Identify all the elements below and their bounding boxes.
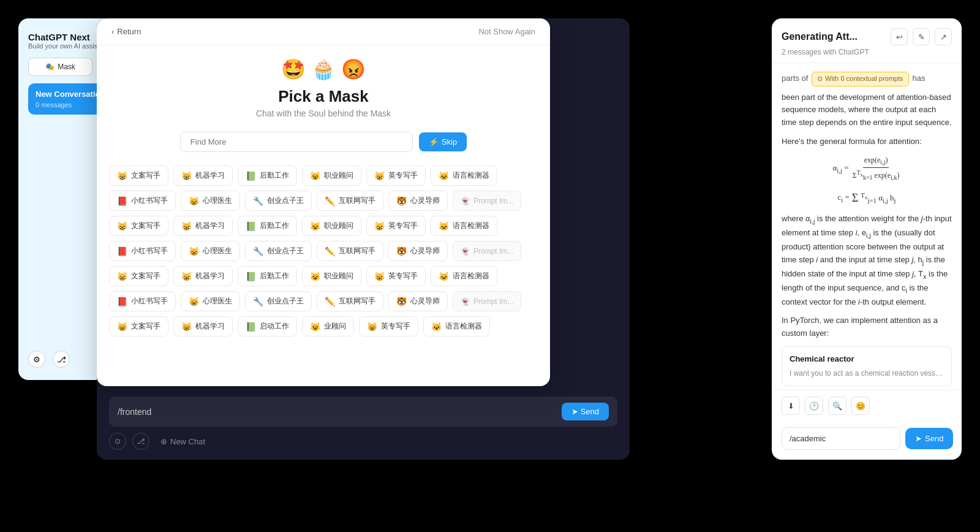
mask-item[interactable]: 🔧创业点子王 — [245, 291, 312, 311]
math-formula-alpha: αi,j = exp(ei,j) ΣTxk=1 exp(ei,k) — [782, 154, 952, 183]
mask-item[interactable]: 🐱语言检测器 — [431, 216, 497, 236]
mask-item[interactable]: 😸文案写手 — [109, 165, 168, 186]
mask-row-3: 😸文案写手 😸机器学习 📗后勤工作 😺职业顾问 😸英专写手 🐱语言检测器 — [109, 216, 538, 236]
mask-item[interactable]: 🔧创业点子王 — [245, 191, 312, 211]
chevron-left-icon: ‹ — [111, 27, 114, 36]
mask-item[interactable]: 📗后勤工作 — [238, 266, 297, 286]
hero-emojis: 🤩 🧁 😡 — [97, 58, 550, 81]
collapse-icon[interactable]: ⬇ — [782, 397, 800, 415]
right-panel-title: Generating Att... — [782, 31, 858, 42]
dark-settings-icon[interactable]: ⊙ — [109, 433, 126, 450]
right-panel-subtitle: 2 messages with ChatGPT — [782, 48, 952, 56]
mask-row-6: 📕小红书写手 😸心理医生 🔧创业点子王 ✏️互联网写手 🐯心灵导师 👻Promp… — [109, 291, 538, 311]
mask-item[interactable]: 😸心理医生 — [181, 241, 240, 261]
content-text-1: been part of the development of attentio… — [782, 91, 952, 129]
edit-button[interactable]: ✎ — [913, 28, 930, 45]
contextual-tooltip: ⊙ With 0 contextual prompts — [812, 72, 908, 86]
pick-a-mask-modal: ‹ Return Not Show Again 🤩 🧁 😡 Pick a Mas… — [97, 18, 550, 386]
modal-subtitle: Chat with the Soul behind the Mask — [97, 108, 550, 118]
mask-item[interactable]: 😺业顾问 — [302, 316, 354, 336]
mask-search-input[interactable] — [180, 132, 413, 152]
right-panel-header: Generating Att... ↩ ✎ ↗ 2 messages with … — [772, 18, 962, 63]
mask-item[interactable]: 🔧创业点子王 — [245, 241, 312, 261]
modal-title: Pick a Mask — [97, 87, 550, 106]
emoji-icon[interactable]: 😊 — [851, 397, 870, 415]
mask-item[interactable]: 😸英专写手 — [359, 316, 418, 336]
right-panel-input-row: ➤ Send — [772, 421, 962, 460]
mask-item[interactable]: 😸文案写手 — [109, 316, 168, 336]
mask-button[interactable]: 🎭 Mask — [28, 58, 92, 76]
modal-hero: 🤩 🧁 😡 Pick a Mask Chat with the Soul beh… — [97, 45, 550, 124]
mask-item[interactable]: 📕小红书写手 — [109, 191, 176, 211]
mask-item[interactable]: 😸机器学习 — [173, 216, 233, 236]
mask-item[interactable]: 😸英专写手 — [366, 216, 426, 236]
skip-button[interactable]: ⚡ Skip — [419, 132, 467, 151]
message-count: 0 messages — [36, 101, 72, 108]
dark-new-chat-btn[interactable]: ⊕ New Chat — [160, 437, 205, 446]
mask-item[interactable]: ✏️互联网写手 — [317, 241, 383, 261]
undo-button[interactable]: ↩ — [891, 28, 908, 45]
dark-chat-footer: /frontend ➤ Send ⊙ ⎇ ⊕ New Chat — [97, 387, 630, 460]
prompt-card-chemical[interactable]: Chemical reactor I want you to act as a … — [782, 346, 952, 386]
mask-item[interactable]: 😺职业顾问 — [302, 165, 361, 186]
github-icon[interactable]: ⎇ — [53, 351, 70, 368]
mask-row-1: 😸文案写手 😸机器学习 📗后勤工作 😺职业顾问 😸英专写手 🐱语言检测器 — [109, 165, 538, 186]
send-icon: ➤ — [915, 434, 922, 443]
share-button[interactable]: ↗ — [935, 28, 952, 45]
mask-grid: 😸文案写手 😸机器学习 📗后勤工作 😺职业顾问 😸英专写手 🐱语言检测器 📕小红… — [97, 159, 550, 348]
dark-input-value[interactable]: /frontend — [118, 407, 151, 417]
modal-search-row: ⚡ Skip — [97, 124, 550, 159]
dark-plus-icon: ⊕ — [160, 437, 167, 446]
mask-item[interactable]: 😸心理医生 — [181, 291, 240, 311]
mask-item[interactable]: 🐯心灵导师 — [388, 291, 448, 311]
mask-item-ghost[interactable]: 👻Prompt Im... — [453, 291, 521, 311]
not-show-again-button[interactable]: Not Show Again — [478, 27, 535, 36]
mask-icon: 🎭 — [45, 63, 55, 71]
mask-item[interactable]: 😸机器学习 — [173, 266, 233, 286]
mask-item[interactable]: 😺职业顾问 — [302, 216, 361, 236]
dark-github-icon[interactable]: ⎇ — [132, 433, 149, 450]
mask-item[interactable]: 🐱语言检测器 — [423, 316, 490, 336]
modal-return-button[interactable]: ‹ Return — [111, 27, 141, 36]
clock-icon[interactable]: 🕐 — [805, 397, 823, 415]
mask-item[interactable]: 😸心理医生 — [181, 191, 240, 211]
right-send-button[interactable]: ➤ Send — [905, 428, 953, 449]
content-explanation: where αi,j is the attention weight for t… — [782, 213, 952, 308]
dark-send-button[interactable]: ➤ Send — [562, 403, 609, 420]
mask-item[interactable]: 📕小红书写手 — [109, 291, 176, 311]
search-icon[interactable]: 🔍 — [828, 397, 846, 415]
mask-item[interactable]: ✏️互联网写手 — [317, 191, 383, 211]
mask-item[interactable]: 📕小红书写手 — [109, 241, 176, 261]
mask-item[interactable]: 🐱语言检测器 — [431, 266, 497, 286]
formula-intro: Here's the general formula for attention… — [782, 135, 952, 148]
mask-item[interactable]: 📗后勤工作 — [238, 216, 297, 236]
mask-item[interactable]: 😸机器学习 — [173, 316, 233, 336]
mask-item-ghost[interactable]: 👻Prompt Im... — [453, 191, 521, 211]
settings-icon[interactable]: ⚙ — [28, 351, 45, 368]
mask-row-4: 📕小红书写手 😸心理医生 🔧创业点子王 ✏️互联网写手 🐯心灵导师 👻Promp… — [109, 241, 538, 261]
mask-item[interactable]: 🐯心灵导师 — [388, 241, 448, 261]
mask-row-2: 📕小红书写手 😸心理医生 🔧创业点子王 ✏️互联网写手 🐯心灵导师 👻Promp… — [109, 191, 538, 211]
modal-topbar: ‹ Return Not Show Again — [97, 18, 550, 45]
mask-item[interactable]: 📗启动工作 — [238, 316, 297, 336]
mask-item-ghost[interactable]: 👻Prompt Im... — [453, 241, 521, 261]
mask-item[interactable]: 😸文案写手 — [109, 266, 168, 286]
right-panel-input[interactable] — [782, 427, 900, 450]
prompt-card-title: Chemical reactor — [790, 353, 944, 366]
mask-item[interactable]: ✏️互联网写手 — [317, 291, 383, 311]
mask-item[interactable]: 😸机器学习 — [173, 165, 233, 186]
mask-row-7: 😸文案写手 😸机器学习 📗启动工作 😺业顾问 😸英专写手 🐱语言检测器 — [109, 316, 538, 336]
mask-item[interactable]: 😸英专写手 — [366, 165, 426, 186]
dark-input-area: /frontend ➤ Send — [109, 397, 617, 427]
mask-item[interactable]: 🐯心灵导师 — [388, 191, 448, 211]
mask-item[interactable]: 📗后勤工作 — [238, 165, 297, 186]
dark-footer-icons-row: ⊙ ⎇ ⊕ New Chat — [109, 433, 617, 450]
mask-item[interactable]: 😺职业顾问 — [302, 266, 361, 286]
mask-item[interactable]: 😸英专写手 — [366, 266, 426, 286]
python-note: In PyTorch, we can implement attention a… — [782, 314, 952, 340]
right-panel: Generating Att... ↩ ✎ ↗ 2 messages with … — [772, 18, 962, 460]
mask-item[interactable]: 🐱语言检测器 — [431, 165, 497, 186]
math-formula-c: ci = Σ Txj=1 αi,j hj — [782, 189, 952, 207]
mask-item[interactable]: 😸文案写手 — [109, 216, 168, 236]
right-panel-action-icons: ↩ ✎ ↗ — [891, 28, 952, 45]
